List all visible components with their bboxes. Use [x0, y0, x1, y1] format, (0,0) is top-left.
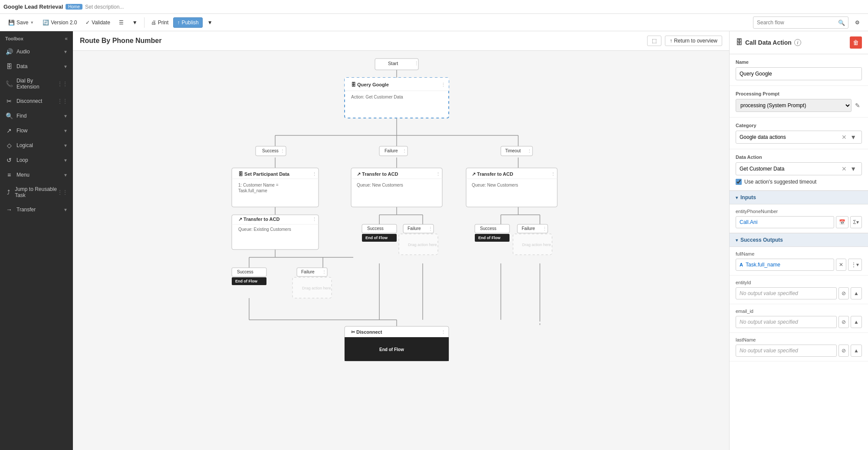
fullname-clear-button[interactable]: ✕: [836, 259, 846, 271]
emailid-more-button[interactable]: ▲: [851, 316, 862, 328]
svg-text:Failure: Failure: [301, 269, 315, 274]
list-view-button[interactable]: ☰: [115, 17, 128, 28]
sidebar-item-data[interactable]: 🗄 Data ▼: [0, 59, 73, 74]
layout-icon: ⬚: [652, 38, 657, 44]
emailid-row: ⊘ ▲: [736, 316, 862, 328]
sidebar-item-transfer[interactable]: → Transfer ▼: [0, 202, 73, 217]
use-timeout-checkbox[interactable]: [736, 179, 742, 185]
set-description[interactable]: Set description...: [85, 4, 124, 10]
data-action-value: Get Customer Data: [740, 166, 784, 172]
layout-button[interactable]: ⬚: [647, 36, 661, 46]
rp-header: 🗄 Call Data Action i 🗑: [730, 31, 868, 54]
publish-button[interactable]: ↑ Publish: [173, 17, 202, 28]
emailid-field: email_id ⊘ ▲: [730, 304, 868, 333]
processing-prompt-wrap: processing (System Prompt) ✎: [736, 99, 862, 112]
svg-text:⋮: ⋮: [551, 171, 556, 177]
return-overview-button[interactable]: ↑ Return to overview: [665, 36, 722, 46]
entity-phone-sigma-button[interactable]: Σ▾: [850, 216, 862, 228]
dropdown-arrow-icon: ▼: [132, 20, 138, 26]
lastname-input[interactable]: [736, 345, 837, 357]
svg-text:Queue: New Customers: Queue: New Customers: [357, 183, 403, 187]
success-outputs-label: Success Outputs: [740, 237, 783, 243]
category-dropdown-button[interactable]: ▼: [848, 133, 858, 141]
canvas-title: Route By Phone Number: [80, 37, 161, 45]
flow-diagram: Start ⋮ 🗄 Query Google ⋮ Action: Get Cus…: [188, 51, 614, 376]
disconnect-drag-handle[interactable]: ⋮⋮: [57, 98, 68, 104]
loop-chevron-icon: ▼: [63, 158, 68, 163]
inputs-section-header[interactable]: ▾ Inputs: [730, 191, 868, 204]
home-badge: Home: [66, 4, 82, 10]
lastname-more-button[interactable]: ▲: [851, 345, 862, 357]
save-dropdown-icon[interactable]: ▼: [30, 20, 34, 25]
category-clear-button[interactable]: ✕: [841, 134, 848, 141]
disconnect-icon: ✂: [5, 98, 13, 105]
success-outputs-section-header[interactable]: ▾ Success Outputs: [730, 233, 868, 247]
entityid-more-button[interactable]: ▲: [851, 287, 862, 299]
entityid-input[interactable]: [736, 287, 837, 299]
svg-text:⋮: ⋮: [542, 226, 547, 231]
dial-drag-handle[interactable]: ⋮⋮: [57, 81, 68, 87]
fullname-label: fullName: [736, 251, 862, 256]
lastname-clear-button[interactable]: ⊘: [838, 345, 849, 357]
svg-text:⋮: ⋮: [527, 148, 532, 153]
flow-area[interactable]: Start ⋮ 🗄 Query Google ⋮ Action: Get Cus…: [73, 51, 729, 449]
lastname-label: lastName: [736, 337, 862, 342]
validate-button[interactable]: ✓ Validate: [82, 17, 114, 28]
fullname-more-button[interactable]: ⋮▾: [848, 259, 862, 271]
name-input[interactable]: [736, 67, 862, 80]
fullname-type-icon: A: [740, 262, 743, 267]
sidebar-item-dial-by-extension[interactable]: 📞 Dial By Extension ⋮⋮: [0, 74, 73, 94]
svg-text:Start: Start: [388, 61, 398, 66]
jump-drag-handle[interactable]: ⋮⋮: [57, 189, 68, 195]
save-button[interactable]: 💾 Save ▼: [4, 17, 38, 28]
find-icon: 🔍: [5, 112, 13, 119]
emailid-clear-button[interactable]: ⊘: [838, 316, 849, 328]
rp-title: 🗄 Call Data Action i: [736, 39, 801, 46]
svg-text:🗄 Query Google: 🗄 Query Google: [351, 82, 389, 87]
dial-icon: 📞: [5, 80, 13, 87]
entityid-clear-button[interactable]: ⊘: [838, 287, 849, 299]
version-button[interactable]: 🔄 Version 2.0: [39, 17, 81, 28]
processing-prompt-select[interactable]: processing (System Prompt): [736, 99, 852, 112]
edit-processing-button[interactable]: ✎: [853, 101, 862, 110]
checkmark-icon: ✓: [85, 20, 90, 26]
sidebar-item-find[interactable]: 🔍 Find ▼: [0, 108, 73, 123]
toolbar-right: 🔍 ⚙: [753, 16, 864, 29]
sidebar-item-flow[interactable]: ↗ Flow ▼: [0, 123, 73, 138]
settings-button[interactable]: ⚙: [851, 17, 864, 28]
data-action-clear-button[interactable]: ✕: [841, 165, 848, 172]
svg-text:Success: Success: [262, 148, 279, 153]
sidebar-item-loop[interactable]: ↺ Loop ▼: [0, 153, 73, 168]
svg-text:Success: Success: [367, 226, 384, 231]
svg-text:⋮: ⋮: [428, 226, 433, 231]
lastname-field: lastName ⊘ ▲: [730, 333, 868, 361]
svg-text:⋮: ⋮: [312, 217, 317, 222]
rp-processing-section: Processing Prompt processing (System Pro…: [730, 86, 868, 118]
delete-button[interactable]: 🗑: [850, 36, 862, 49]
publish-dropdown-button[interactable]: ▼: [204, 17, 217, 28]
svg-text:⋮: ⋮: [441, 329, 446, 335]
gear-icon: ⚙: [855, 20, 860, 26]
list-dropdown-button[interactable]: ▼: [128, 17, 141, 28]
data-label: Data: [16, 63, 27, 69]
sidebar-item-jump-to-reusable-task[interactable]: ⤴ Jump to Reusable Task ⋮⋮: [0, 182, 73, 202]
emailid-input[interactable]: [736, 316, 837, 328]
svg-text:⋮: ⋮: [312, 171, 317, 177]
entity-phone-field: entityPhoneNumber 📅 Σ▾: [730, 204, 868, 233]
search-flow-input[interactable]: [753, 16, 848, 29]
svg-text:Drag action here: Drag action here: [408, 243, 437, 247]
sidebar-item-menu[interactable]: ≡ Menu ▼: [0, 168, 73, 182]
canvas-header: Route By Phone Number ⬚ ↑ Return to over…: [73, 31, 729, 51]
sidebar-collapse-button[interactable]: «: [65, 36, 68, 42]
info-icon[interactable]: i: [794, 39, 801, 46]
sidebar-item-disconnect[interactable]: ✂ Disconnect ⋮⋮: [0, 94, 73, 108]
print-button[interactable]: 🖨 Print: [147, 17, 173, 28]
flow-chevron-icon: ▼: [63, 128, 68, 133]
entity-phone-calendar-button[interactable]: 📅: [836, 216, 848, 228]
entity-phone-input[interactable]: [736, 216, 834, 228]
sidebar-item-audio[interactable]: 🔊 Audio ▼: [0, 44, 73, 59]
data-action-dropdown-button[interactable]: ▼: [848, 164, 858, 173]
menu-chevron-icon: ▼: [63, 173, 68, 177]
category-value: Google data actions: [740, 134, 786, 140]
sidebar-item-logical[interactable]: ◇ Logical ▼: [0, 138, 73, 153]
